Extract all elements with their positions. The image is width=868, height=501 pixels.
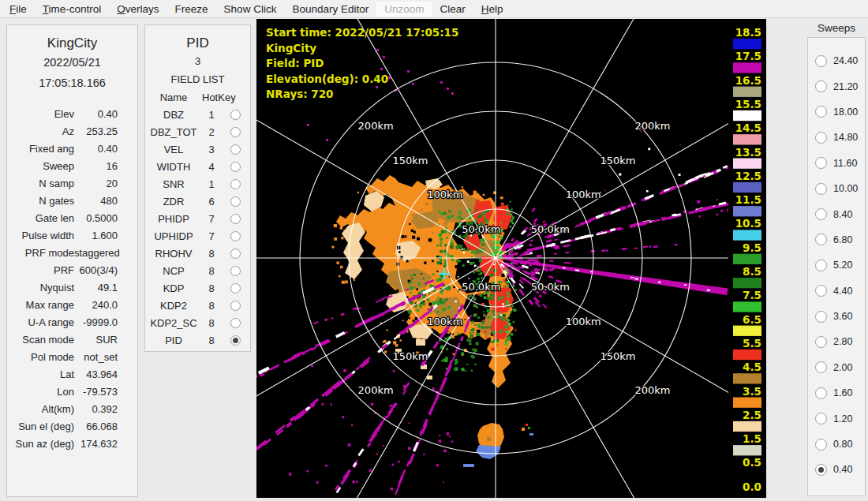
svg-text:10.5: 10.5 [735, 217, 761, 230]
field-hotkey: 8 [202, 335, 221, 346]
field-radio-dbz[interactable] [230, 110, 241, 120]
field-radio-vel[interactable] [230, 144, 241, 155]
field-row-rhohv[interactable]: RHOHV8 [145, 245, 250, 262]
menu-item-help[interactable]: Help [473, 2, 511, 17]
field-row-kdp[interactable]: KDP8 [145, 279, 250, 297]
sweep-option-3.60[interactable]: 3.60 [808, 304, 865, 329]
field-hotkey: 1 [202, 178, 221, 190]
sweep-radio-10.00[interactable] [815, 183, 827, 195]
field-row-ncp[interactable]: NCP8 [145, 262, 250, 279]
sweep-option-4.40[interactable]: 4.40 [808, 279, 865, 304]
sweep-radio-1.20[interactable] [815, 413, 827, 424]
field-radio-rhohv[interactable] [230, 249, 241, 259]
sweep-radio-3.60[interactable] [815, 311, 827, 323]
sweep-radio-6.80[interactable] [815, 234, 827, 245]
menu-item-boundary-editor[interactable]: Boundary Editor [284, 2, 376, 17]
sweep-radio-2.80[interactable] [815, 336, 827, 348]
sweep-option-0.80[interactable]: 0.80 [808, 432, 865, 457]
sweep-label: 18.00 [833, 107, 858, 118]
menu-item-time-control[interactable]: Time-control [35, 2, 110, 17]
current-field-number: 3 [145, 53, 250, 70]
menu-item-freeze[interactable]: Freeze [167, 2, 216, 17]
sweep-option-1.60[interactable]: 1.60 [808, 380, 865, 406]
sweep-option-6.80[interactable]: 6.80 [808, 227, 865, 252]
sweep-option-24.40[interactable]: 24.40 [808, 48, 865, 73]
sweep-radio-14.80[interactable] [815, 132, 827, 144]
sweep-option-5.20[interactable]: 5.20 [808, 252, 865, 278]
sweep-radio-2.00[interactable] [815, 361, 827, 373]
menu-item-overlays[interactable]: Overlays [109, 2, 166, 17]
sweep-option-1.20[interactable]: 1.20 [808, 406, 865, 431]
sweep-option-8.40[interactable]: 8.40 [808, 201, 865, 226]
field-row-phidp[interactable]: PHIDP7 [145, 210, 250, 227]
menu-item-file[interactable]: File [2, 2, 35, 17]
field-row-snr[interactable]: SNR1 [145, 175, 250, 193]
field-row-dbz-tot[interactable]: DBZ_TOT2 [145, 123, 250, 140]
station-row-value: 0.392 [74, 403, 137, 415]
sweep-option-18.00[interactable]: 18.00 [808, 99, 865, 125]
field-radio-dbz-tot[interactable] [230, 127, 241, 137]
field-hotkey: 2 [202, 126, 221, 138]
menu-item-clear[interactable]: Clear [432, 2, 473, 17]
sweep-radio-18.00[interactable] [815, 106, 827, 118]
sweep-radio-0.80[interactable] [815, 439, 827, 451]
sweep-radio-0.40[interactable] [815, 464, 827, 476]
sweep-option-21.20[interactable]: 21.20 [808, 73, 865, 99]
field-hotkey: 8 [202, 300, 221, 312]
radar-display[interactable]: 50.0km50.0km50.0km50.0km100km100km100km1… [256, 19, 766, 498]
station-row-max-range: Max range240.0 [7, 296, 137, 313]
field-hotkey: 7 [202, 230, 221, 242]
svg-text:0.0: 0.0 [743, 480, 761, 493]
sweep-radio-8.40-dot [818, 211, 824, 217]
field-row-dbz[interactable]: DBZ1 [145, 106, 250, 123]
menu-item-show-click[interactable]: Show Click [216, 2, 285, 17]
field-radio-pid-dot [233, 338, 238, 343]
sweep-option-11.60[interactable]: 11.60 [808, 151, 865, 176]
sweep-radio-5.20[interactable] [815, 260, 827, 271]
station-row-label: Nyquist [7, 282, 74, 293]
sweep-option-2.00[interactable]: 2.00 [808, 355, 865, 380]
field-radio-kdp2-sc[interactable] [230, 318, 241, 328]
field-radio-kdp[interactable] [230, 283, 241, 293]
field-list-panel: PID 3 FIELD LIST Name HotKey DBZ1DBZ_TOT… [144, 24, 251, 352]
field-name: SNR [145, 178, 202, 190]
menu-item-unzoom[interactable]: Unzoom [376, 2, 432, 17]
field-radio-ncp[interactable] [230, 266, 241, 276]
station-row-prf-mode: PRF modestaggered [7, 244, 137, 261]
sweep-radio-2.80-dot [818, 339, 824, 345]
sweep-label: 21.20 [833, 81, 858, 92]
sweep-radio-4.40[interactable] [815, 285, 827, 297]
station-row-value: 49.1 [74, 282, 137, 293]
field-row-kdp2-sc[interactable]: KDP2_SC8 [145, 314, 250, 331]
field-row-width[interactable]: WIDTH4 [145, 158, 250, 175]
station-row-value: 0.5000 [74, 212, 137, 224]
field-row-zdr[interactable]: ZDR6 [145, 193, 250, 210]
field-row-uphidp[interactable]: UPHIDP7 [145, 227, 250, 245]
sweep-option-2.80[interactable]: 2.80 [808, 329, 865, 354]
svg-text:13.5: 13.5 [735, 146, 761, 159]
field-radio-pid[interactable] [230, 335, 241, 346]
station-row-label: U-A range [7, 316, 74, 328]
field-radio-zdr[interactable] [230, 196, 241, 207]
sweep-radio-24.40[interactable] [815, 55, 827, 67]
field-name: WIDTH [145, 161, 202, 173]
station-row-gate-len: Gate len0.5000 [7, 209, 137, 226]
sweep-radio-11.60[interactable] [815, 157, 827, 169]
field-row-pid[interactable]: PID8 [145, 331, 250, 349]
field-radio-kdp2[interactable] [230, 301, 241, 311]
sweep-option-0.40[interactable]: 0.40 [808, 457, 865, 482]
sweep-radio-24.40-dot [818, 58, 824, 64]
field-radio-phidp[interactable] [230, 214, 241, 224]
field-radio-snr[interactable] [230, 179, 241, 189]
sweep-radio-8.40[interactable] [815, 208, 827, 220]
field-row-vel[interactable]: VEL3 [145, 140, 250, 158]
sweep-option-10.00[interactable]: 10.00 [808, 176, 865, 201]
field-radio-kdp2-dot [233, 303, 238, 308]
sweep-option-14.80[interactable]: 14.80 [808, 125, 865, 150]
sweep-radio-21.20[interactable] [815, 80, 827, 92]
sweep-radio-1.60[interactable] [815, 387, 827, 399]
field-radio-width[interactable] [230, 162, 241, 172]
station-row-lon: Lon-79.573 [7, 383, 137, 400]
field-row-kdp2[interactable]: KDP28 [145, 297, 250, 314]
field-radio-uphidp[interactable] [230, 231, 241, 241]
